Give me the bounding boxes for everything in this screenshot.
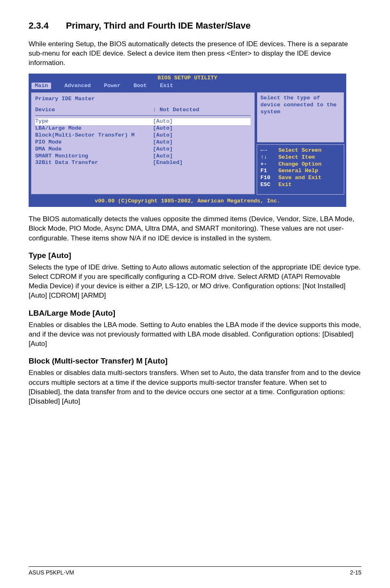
bios-row-smart[interactable]: SMART Monitoring [Auto] [35,153,251,160]
bios-row-32bit[interactable]: 32Bit Data Transfer [Enabled] [35,159,251,166]
bios-tab-boot[interactable]: Boot [134,83,147,90]
after-bios-paragraph: The BIOS automatically detects the value… [29,214,361,243]
subsection-body: Enables or disables the LBA mode. Settin… [29,320,361,349]
footer-right: 2-15 [350,569,361,576]
bios-key-desc: Select Item [278,154,315,161]
bios-row-value: [Auto] [153,125,173,132]
bios-row-lba[interactable]: LBA/Large Mode [Auto] [35,125,251,132]
bios-key-desc: General Help [278,168,318,175]
bios-footer: v00.00 (C)Copyright 1985-2002, American … [29,196,346,206]
bios-row-label: PIO Mode [35,139,153,146]
bios-key: F10 [260,175,278,182]
bios-tab-power[interactable]: Power [104,83,121,90]
bios-key-desc: Exit [278,182,291,189]
bios-key-desc: Change Option [278,161,321,168]
bios-tab-main[interactable]: Main [31,83,51,90]
bios-row-value: [Enabled] [153,159,183,166]
section-heading: 2.3.4 Primary, Third and Fourth IDE Mast… [29,20,361,31]
bios-key: F1 [260,168,278,175]
bios-hint-box: Select the type of device connected to t… [257,92,344,142]
bios-tab-bar: Main Advanced Power Boot Exit [29,82,346,91]
bios-row-type[interactable]: Type [Auto] [35,118,251,125]
subsection-body: Selects the type of IDE drive. Setting t… [29,263,361,301]
bios-key: +- [260,161,278,168]
bios-device-row: Device : Not Detected [35,107,251,114]
bios-row-block[interactable]: Block(Multi-Sector Transfer) M [Auto] [35,132,251,139]
bios-tab-exit[interactable]: Exit [160,83,173,90]
bios-row-label: Type [35,118,153,125]
section-number: 2.3.4 [29,20,63,31]
bios-key: ←→ [260,147,278,154]
bios-row-label: DMA Mode [35,146,153,153]
bios-row-label: 32Bit Data Transfer [35,159,153,166]
bios-title-text: BIOS SETUP UTILITY [158,75,217,81]
footer-left: ASUS P5KPL-VM [29,569,74,576]
bios-row-value: [Auto] [153,153,173,160]
bios-row-value: [Auto] [153,132,173,139]
bios-divider [35,115,251,116]
bios-key-desc: Save and Exit [278,175,321,182]
page-footer: ASUS P5KPL-VM 2-15 [29,566,361,576]
bios-row-dma[interactable]: DMA Mode [Auto] [35,146,251,153]
bios-device-label: Device [35,107,153,114]
section-title: Primary, Third and Fourth IDE Master/Sla… [66,20,251,31]
bios-key: ESC [260,182,278,189]
bios-screenshot: BIOS SETUP UTILITY Main Advanced Power B… [29,74,346,207]
bios-row-label: Block(Multi-Sector Transfer) M [35,132,153,139]
subsection-body: Enables or disables data multi-sectors t… [29,368,361,406]
bios-tab-advanced[interactable]: Advanced [64,83,91,90]
bios-row-value: [Auto] [153,139,173,146]
bios-row-label: SMART Monitoring [35,153,153,160]
bios-row-value: [Auto] [153,146,173,153]
bios-row-label: LBA/Large Mode [35,125,153,132]
bios-device-value: : Not Detected [153,107,199,114]
bios-panel-title: Primary IDE Master [35,96,251,103]
bios-row-pio[interactable]: PIO Mode [Auto] [35,139,251,146]
subsection-heading: LBA/Large Mode [Auto] [29,309,361,318]
subsection-heading: Type [Auto] [29,251,361,260]
bios-title-bar: BIOS SETUP UTILITY [29,74,346,82]
intro-paragraph: While entering Setup, the BIOS automatic… [29,39,361,68]
bios-key-desc: Select Screen [278,147,321,154]
bios-row-value: [Auto] [153,118,173,125]
bios-footer-text: v00.00 (C)Copyright 1985-2002, American … [95,198,280,204]
bios-main-panel: Primary IDE Master Device : Not Detected… [31,92,255,195]
bios-key: ↑↓ [260,154,278,161]
bios-keys-box: ←→Select Screen ↑↓Select Item +-Change O… [257,144,344,195]
subsection-heading: Block (Multi-sector Transfer) M [Auto] [29,357,361,366]
